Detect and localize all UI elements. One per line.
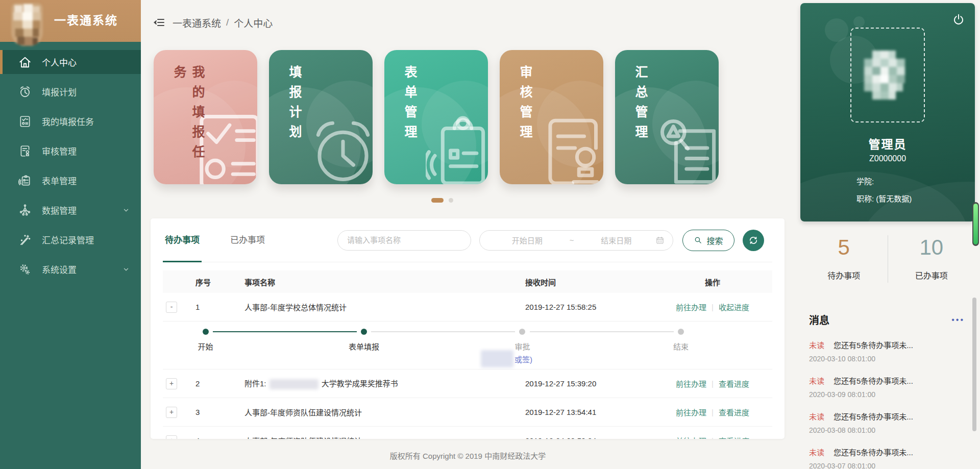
search-button[interactable]: 搜索: [682, 230, 734, 251]
sidebar-item-label: 数据管理: [42, 204, 77, 216]
college-label: 学院:: [856, 177, 874, 186]
card-title: 审核管理: [516, 65, 534, 145]
sidebar-item-fill-plan[interactable]: 填报计划: [0, 80, 141, 104]
collapse-row-button[interactable]: -: [166, 302, 177, 313]
refresh-icon: [748, 235, 758, 245]
logo-shield-image: [11, 3, 43, 46]
chevron-down-icon: [122, 207, 130, 214]
date-range-picker[interactable]: 开始日期 ~ 结束日期: [479, 230, 673, 251]
approval-assignee[interactable]: 或签): [480, 350, 532, 367]
breadcrumb-root[interactable]: 一表通系统: [173, 16, 221, 30]
message-item[interactable]: 未读您还有5条待办事项未... 2020-03-09 08:01:00: [809, 375, 965, 399]
message-text: 您还有5条待办事项未...: [834, 447, 913, 457]
row-name: 人事部-年度学校总体情况统计: [244, 302, 525, 312]
message-time: 2020-03-08 08:01:00: [809, 426, 965, 434]
sidebar-menu: 个人中心 填报计划 我的填报任务 审核管理: [0, 42, 141, 281]
message-item[interactable]: 未读您还有5条待办事项未... 2020-03-07 08:01:00: [809, 447, 965, 469]
magic-wand-icon: [18, 233, 32, 246]
tab-todo-items[interactable]: 待办事项: [163, 218, 202, 262]
view-progress-link[interactable]: 查看进度: [719, 435, 749, 439]
unread-badge: 未读: [809, 411, 824, 422]
unread-badge: 未读: [809, 447, 824, 457]
go-handle-link[interactable]: 前往办理: [676, 378, 706, 389]
sidebar-item-label: 表单管理: [42, 174, 77, 187]
redacted-name: [270, 379, 318, 389]
go-handle-link[interactable]: 前往办理: [676, 302, 706, 312]
chevron-down-icon: [122, 266, 130, 273]
alarm-clock-icon: [310, 114, 373, 184]
card-summary-management[interactable]: 汇总管理: [615, 50, 719, 184]
user-name: 管理员: [800, 135, 975, 152]
main-content: 一表通系统 / 个人中心 我的填报任务 填报计划 表单管理: [141, 0, 795, 469]
tab-done-items[interactable]: 已办事项: [228, 218, 267, 262]
view-progress-link[interactable]: 查看进度: [719, 407, 749, 417]
refresh-button[interactable]: [743, 230, 764, 251]
avatar[interactable]: [850, 28, 925, 122]
end-date-placeholder[interactable]: 结束日期: [577, 235, 655, 245]
search-button-label: 搜索: [706, 234, 723, 246]
home-icon: [18, 56, 32, 69]
table-row: + 2 附件1: 大学教学成果奖推荐书 2019-12-27 15:39:20 …: [163, 369, 772, 398]
table-header: 序号 事项名称 接收时间 操作: [163, 270, 772, 293]
audit-icon: [18, 144, 32, 158]
item-name-search-input[interactable]: [337, 230, 471, 251]
col-no: 序号: [195, 277, 244, 287]
row-no: 2: [195, 379, 244, 388]
todo-count: 5: [800, 232, 888, 263]
sidebar-item-personal-center[interactable]: 个人中心: [0, 50, 141, 74]
expand-row-button[interactable]: +: [166, 435, 177, 439]
sidebar-item-data-management[interactable]: 数据管理: [0, 198, 141, 222]
row-no: 1: [195, 303, 244, 311]
expand-row-button[interactable]: +: [166, 378, 177, 389]
sidebar-item-form-management[interactable]: 表单管理: [0, 168, 141, 192]
expand-row-button[interactable]: +: [166, 407, 177, 418]
card-title: 汇总管理: [631, 65, 650, 145]
go-handle-link[interactable]: 前往办理: [676, 407, 706, 417]
sidebar-item-my-fill-tasks[interactable]: 我的填报任务: [0, 109, 141, 133]
avatar-pixelated-image: [864, 51, 911, 100]
view-progress-link[interactable]: 查看进度: [719, 378, 749, 389]
date-separator: ~: [570, 236, 574, 244]
message-item[interactable]: 未读您还有5条待办事项未... 2020-03-10 08:01:00: [809, 339, 965, 363]
stat-todo[interactable]: 5 待办事项: [800, 232, 888, 291]
sidebar: 一表通系统 个人中心 填报计划 我的填报任务: [0, 0, 141, 469]
sidebar-item-audit-management[interactable]: 审核管理: [0, 139, 141, 163]
collapse-progress-link[interactable]: 收起进度: [719, 302, 749, 312]
message-time: 2020-03-10 08:01:00: [809, 355, 965, 363]
title-label: 职称:: [856, 194, 874, 203]
row-time: 2019-12-27 15:39:20: [525, 379, 653, 388]
timeline-step-form-fill: 表单填报: [349, 341, 379, 352]
unread-badge: 未读: [809, 375, 824, 386]
message-item[interactable]: 未读您还有5条待办事项未... 2020-03-08 08:01:00: [809, 411, 965, 434]
stat-done[interactable]: 10 已办事项: [888, 232, 975, 291]
carousel-dot-2[interactable]: [449, 198, 453, 203]
breadcrumb: 一表通系统 / 个人中心: [141, 0, 795, 45]
scrollbar-thumb-green[interactable]: [973, 204, 978, 244]
messages-more-button[interactable]: •••: [951, 315, 965, 325]
card-my-fill-tasks[interactable]: 我的填报任务: [154, 50, 257, 184]
breadcrumb-separator: /: [226, 17, 229, 28]
form-icon: [18, 174, 32, 187]
scrollbar-thumb-gray[interactable]: [972, 298, 976, 431]
tasks-toolbar: 待办事项 已办事项 开始日期 ~ 结束日期 搜索: [163, 218, 772, 262]
start-date-placeholder[interactable]: 开始日期: [488, 235, 567, 245]
sidebar-item-system-settings[interactable]: 系统设置: [0, 257, 141, 281]
row-time: 2019-12-24 09:59:24: [525, 436, 653, 439]
go-handle-link[interactable]: 前往办理: [676, 435, 706, 439]
carousel-dot-1[interactable]: [431, 198, 444, 203]
collapse-menu-icon[interactable]: [153, 16, 165, 29]
right-panel: 管理员 Z0000000 学院: 职称: (暂无数据) 5 待办事项 10 已办…: [795, 0, 980, 469]
card-fill-plan[interactable]: 填报计划: [269, 50, 373, 184]
messages-header: 消息: [809, 312, 829, 327]
title-value: (暂无数据): [876, 194, 912, 203]
col-op: 操作: [653, 277, 772, 287]
card-audit-management[interactable]: 审核管理: [500, 50, 603, 184]
row-time: 2019-12-27 15:58:25: [525, 303, 653, 311]
sidebar-item-label: 汇总记录管理: [42, 233, 94, 246]
power-logout-icon[interactable]: [952, 13, 965, 26]
sidebar-item-label: 审核管理: [42, 144, 77, 157]
unread-badge: 未读: [809, 339, 824, 350]
card-form-management[interactable]: 表单管理: [384, 50, 488, 184]
sidebar-item-summary-record-management[interactable]: 汇总记录管理: [0, 228, 141, 252]
done-count: 10: [888, 232, 975, 263]
